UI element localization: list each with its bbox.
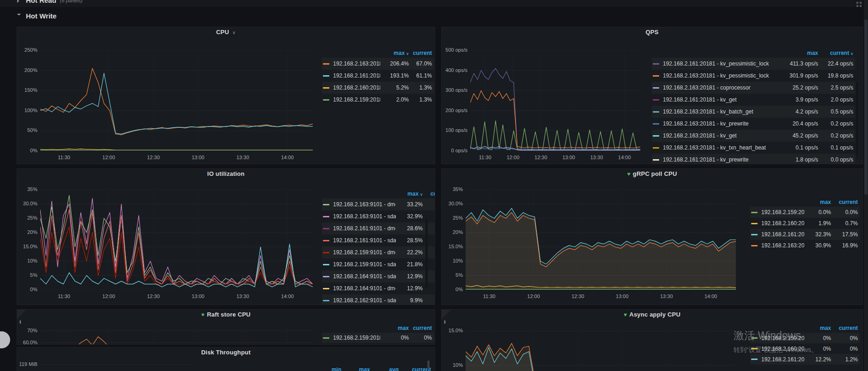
panel-header-raft[interactable]: ♥Raft store CPU [17, 311, 435, 318]
y-axis-label: 20% [17, 229, 37, 235]
disk-chart[interactable] [40, 364, 193, 371]
y-axis-label: 35% [441, 186, 463, 192]
x-axis-label: 11:30 [54, 293, 75, 299]
legend-sort-current[interactable]: current [409, 50, 432, 56]
legend-header: minmaxavgcurrent [294, 365, 433, 371]
grpc-chart[interactable] [466, 190, 736, 290]
series-color-swatch [323, 252, 329, 253]
legend-sort-current[interactable]: current [423, 191, 435, 197]
legend-scrollbar[interactable] [425, 219, 428, 288]
legend-row[interactable]: 192.168.2.163:20181 - kv_pessimistic_loc… [652, 70, 855, 82]
panel-header-async[interactable]: ♥Async apply CPU [442, 311, 862, 318]
series-name: 192.168.2.163:20181 - kv_pessimistic_loc… [663, 72, 782, 79]
panel-header-disk[interactable]: Disk Throughput [17, 349, 435, 356]
io-chart[interactable] [40, 190, 313, 290]
panel-io-utilization: IO utilization 35%30.0%25%20%15.0%10%5%0… [17, 168, 435, 305]
legend-row[interactable]: 192.168.2.161:9101 - dm-228.6% [322, 222, 435, 234]
legend-sort-current[interactable]: current∨ [818, 50, 853, 56]
health-heart-icon: ♥ [624, 311, 627, 318]
panel-header-io[interactable]: IO utilization [17, 170, 435, 177]
legend-row[interactable]: 192.168.2.161:2018132.3%17.5% [750, 229, 860, 240]
qps-chart[interactable] [470, 50, 640, 151]
series-name: 192.168.2.161:20181 - kv_get [663, 96, 782, 103]
legend-row[interactable]: 192.168.2.161:20181193.1%61.1% [322, 70, 434, 82]
legend-sort-current[interactable]: current [399, 366, 431, 371]
legend-row[interactable]: 192.168.2.159:9101 - sda21.8% [322, 258, 435, 270]
legend-row[interactable]: 192.168.2.161:20181 - kv_pessimistic_loc… [652, 58, 855, 70]
legend-row[interactable]: 192.168.2.162:9101 - sda9.9% [322, 294, 435, 305]
legend-sort-max[interactable]: max [804, 199, 831, 205]
grid-handle-icon[interactable] [856, 2, 862, 7]
legend-row[interactable]: 192.168.2.160:201811.9%0.7% [750, 218, 860, 229]
legend-row[interactable]: 192.168.2.160:201810%0% [750, 343, 860, 354]
series-color-swatch [751, 337, 758, 339]
series-name: 192.168.2.160:20181 [333, 84, 380, 91]
legend-row[interactable]: 192.168.2.163:9101 - sda32.9% [322, 210, 435, 222]
legend-sort-current[interactable]: current [831, 199, 858, 205]
legend-sort-max[interactable]: max [341, 366, 370, 371]
legend-row[interactable]: 192.168.2.163:20181 - coprocessor25.2 op… [652, 82, 855, 94]
x-axis-label: 13:30 [232, 293, 253, 299]
raft-chart[interactable] [40, 323, 313, 345]
page-scrollbar-thumb[interactable] [864, 19, 868, 195]
legend-sort-current[interactable]: current [409, 325, 432, 331]
legend-header: maxcurrent∨ [652, 48, 855, 58]
series-value: 45.2 ops/s [782, 132, 818, 139]
legend-row[interactable]: 192.168.2.159:9101 - dm-222.2% [322, 246, 435, 258]
series-color-swatch [323, 216, 329, 217]
panel-header-cpu[interactable]: CPU∨ [17, 29, 435, 36]
page-scrollbar[interactable] [864, 0, 868, 371]
series-name: 192.168.2.164:9101 - dm-2 [333, 285, 396, 292]
legend-scrollbar[interactable] [427, 360, 430, 370]
y-axis-label: 100% [17, 108, 37, 113]
legend-row[interactable]: 192.168.2.159:201810.0%0.0% [750, 207, 860, 218]
legend-row[interactable]: 192.168.2.163:20181 - kv_batch_get4.2 op… [652, 106, 855, 118]
legend-row[interactable]: 192.168.2.159:201810%0% [322, 333, 434, 343]
series-name: 192.168.2.164:9101 - sda [333, 273, 396, 280]
legend-row[interactable]: 192.168.2.160:201815.2%1.3% [322, 82, 434, 94]
series-value: 0.7% [831, 220, 858, 227]
async-chart[interactable] [466, 323, 736, 371]
legend-row[interactable]: 192.168.2.163:20181 - kv_prewrite20.4 op… [652, 118, 855, 130]
series-color-swatch [751, 223, 758, 224]
legend-sort-max[interactable]: max [782, 50, 818, 56]
legend-row[interactable]: 192.168.2.161:20181 - kv_get3.9 ops/s2.0… [652, 94, 855, 106]
legend-sort-max[interactable]: max∨ [380, 50, 409, 56]
panel-header-grpc[interactable]: ♥gRPC poll CPU [442, 170, 862, 177]
legend-scrollbar[interactable] [856, 82, 858, 156]
row-panel-count: (6 panels) [60, 0, 83, 3]
legend-sort-max[interactable]: max [380, 325, 409, 331]
legend-row[interactable]: 192.168.2.164:9101 - sda12.9% [322, 270, 435, 282]
legend-header: max∨current [322, 48, 434, 58]
cpu-chart[interactable] [40, 50, 313, 151]
legend-sort-current[interactable]: current [831, 325, 858, 331]
legend-row[interactable]: 192.168.2.163:2018130.9%16.9% [750, 240, 860, 251]
series-value: 16.9% [831, 242, 858, 249]
legend-row[interactable]: 192.168.2.159:201810%0% [750, 333, 860, 343]
row-header-hot-read[interactable]: › Hot Read (6 panels) [17, 0, 83, 4]
panel-title: Raft store CPU [207, 311, 251, 318]
series-color-swatch [751, 348, 758, 349]
legend-row[interactable]: 192.168.2.163:20181206.4%67.0% [322, 58, 434, 70]
x-axis-label: 13:00 [558, 155, 579, 160]
row-header-hot-write[interactable]: › Hot Write [17, 12, 56, 20]
series-color-swatch [653, 159, 659, 161]
legend-sort-max[interactable]: max∨ [396, 191, 423, 197]
series-value: 0.0 ops/s [818, 156, 853, 163]
y-axis-label: 30.0% [17, 201, 37, 206]
legend-row[interactable]: 192.168.2.163:20181 - kv_get45.2 ops/s0.… [652, 130, 855, 142]
legend-sort-max[interactable]: max [804, 325, 831, 331]
legend-row[interactable]: 192.168.2.161:20181 - kv_prewrite1.8 ops… [652, 154, 855, 164]
panel-header-qps[interactable]: QPS [442, 29, 862, 36]
y-axis-label: 400 ops/s [443, 67, 467, 73]
legend-row[interactable]: 192.168.2.163:9101 - dm-233.2% [322, 198, 435, 210]
legend-row[interactable]: 192.168.2.161:9101 - sda28.5% [322, 234, 435, 246]
legend-row[interactable]: 192.168.2.164:9101 - dm-212.9% [322, 282, 435, 294]
legend-sort-avg[interactable]: avg [370, 366, 399, 371]
x-axis-label: 13:30 [656, 293, 677, 299]
legend-row[interactable]: 192.168.2.163:20181 - kv_txn_heart_beat0… [652, 142, 855, 154]
legend-sort-min[interactable]: min [313, 366, 341, 371]
legend-row[interactable]: 192.168.2.159:201812.0%1.3% [322, 94, 434, 106]
legend-header: maxcurrent [750, 197, 860, 207]
legend-row[interactable]: 192.168.2.161:2018112.2%1.2% [750, 354, 860, 365]
